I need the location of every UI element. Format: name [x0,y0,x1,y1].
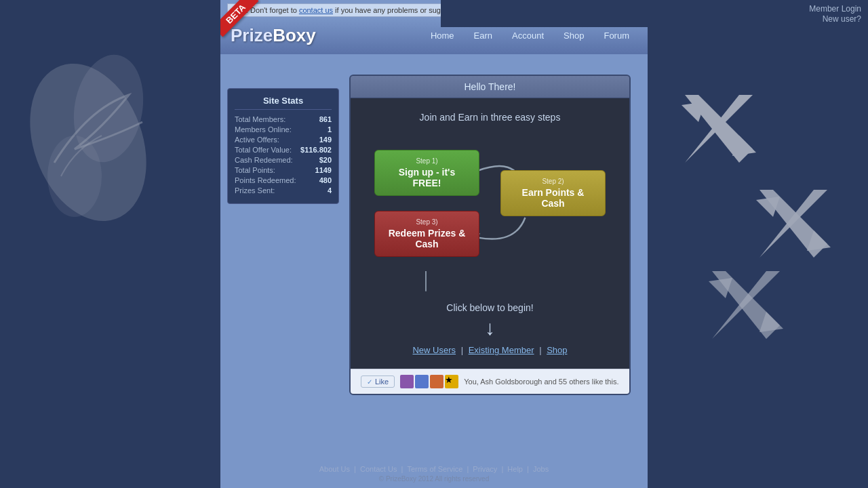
like-label: Like [375,378,389,386]
member-login-link[interactable]: Member Login [809,4,861,14]
stat-total-points: Total Points: 1149 [235,166,332,174]
logo-boxy: Boxy [273,25,316,45]
steps-container: Step 1) Sign up - it's FREE! Step 2) Ear… [361,136,619,292]
svg-marker-14 [709,278,732,298]
separator-2: | [539,345,544,355]
links-row: New Users | Existing Member | Shop [361,345,619,355]
top-bar: Member Login New user? [441,0,868,27]
nav-forum[interactable]: Forum [595,27,637,44]
stat-label-prizes-sent: Prizes Sent: [235,186,275,195]
contact-link[interactable]: contact us [299,6,333,14]
stat-label-total-members: Total Members: [235,115,285,123]
stats-box: Site Stats Total Members: 861 Members On… [227,88,339,204]
checkmark-icon: ✓ [367,378,372,386]
new-user-link[interactable]: New user? [823,14,861,24]
step2-box: Step 2) Earn Points & Cash [500,170,606,216]
stat-label-total-points: Total Points: [235,166,275,174]
beta-ribbon: BETA [220,0,261,41]
footer-copyright: © PrizeBoxy 2012 All rights reserved [226,475,642,483]
avatar-star: ★ [445,375,458,388]
nav-account[interactable]: Account [504,27,552,44]
stat-members-online: Members Online: 1 [235,125,332,134]
stat-value-prizes-sent: 4 [328,186,332,195]
steps-title: Join and Earn in three easy steps [361,112,619,123]
left-decoration [20,41,190,278]
stat-value-total-members: 861 [319,115,332,123]
shop-content-link[interactable]: Shop [547,345,567,355]
step3-box: Step 3) Redeem Prizes & Cash [374,211,479,257]
step1-box: Step 1) Sign up - it's FREE! [374,150,479,196]
footer-contact[interactable]: Contact Us [360,465,397,473]
down-arrow-icon: ↓ [361,317,619,340]
nav-home[interactable]: Home [422,27,462,44]
stat-total-members: Total Members: 861 [235,115,332,123]
avatar-3 [430,375,443,388]
stat-value-total-offer-value: $116.802 [300,146,332,154]
facebook-like-text: You, Ash Goldsborough and 55 others like… [464,378,618,386]
footer-tos[interactable]: Terms of Service [407,465,462,473]
step3-text: Redeem Prizes & Cash [389,228,466,249]
inner-panel: Join and Earn in three easy steps Step 1… [351,98,629,369]
footer-jobs[interactable]: Jobs [533,465,549,473]
stat-label-cash-redeemed: Cash Redeemed: [235,156,293,164]
stat-label-total-offer-value: Total Offer Value: [235,146,292,154]
avatar-1 [400,375,414,388]
footer-help[interactable]: Help [507,465,523,473]
stat-label-members-online: Members Online: [235,125,292,134]
svg-marker-6 [682,102,705,122]
step1-text: Sign up - it's FREE! [399,167,455,188]
separator-1: | [461,345,466,355]
facebook-like-button[interactable]: ✓ Like [361,375,395,388]
stat-points-redeemed: Points Redeemed: 480 [235,176,332,184]
avatar-2 [415,375,429,388]
stat-label-active-offers: Active Offers: [235,136,279,144]
stats-title: Site Stats [235,96,332,110]
step1-label: Step 1) [385,157,469,165]
stat-value-points-redeemed: 480 [319,176,332,184]
facebook-bar: ✓ Like ★ You, Ash Goldsborough and 55 ot… [351,369,629,394]
content-panel: Hello There! Join and Earn in three easy… [349,75,631,395]
stat-label-points-redeemed: Points Redeemed: [235,176,296,184]
svg-marker-10 [756,197,780,217]
step2-label: Step 2) [511,178,595,185]
stat-value-members-online: 1 [328,125,332,134]
stat-active-offers: Active Offers: 149 [235,136,332,144]
footer-about[interactable]: About Us [319,465,350,473]
click-below-text: Click below to begin! [361,302,619,313]
footer-privacy[interactable]: Privacy [473,465,497,473]
step2-text: Earn Points & Cash [522,187,585,209]
stat-value-active-offers: 149 [319,136,332,144]
step3-label: Step 3) [385,218,469,226]
stat-value-total-points: 1149 [315,166,332,174]
existing-member-link[interactable]: Existing Member [469,345,534,355]
nav-earn[interactable]: Earn [466,27,500,44]
stat-total-offer-value: Total Offer Value: $116.802 [235,146,332,154]
svg-point-2 [47,136,102,217]
nav-shop[interactable]: Shop [555,27,592,44]
footer: About Us | Contact Us | Terms of Service… [220,460,648,488]
stat-cash-redeemed: Cash Redeemed: $20 [235,156,332,164]
beta-label: BETA [220,0,258,37]
new-users-link[interactable]: New Users [412,345,456,355]
footer-links: About Us | Contact Us | Terms of Service… [226,465,642,473]
content-header: Hello There! [351,76,629,98]
stat-prizes-sent: Prizes Sent: 4 [235,186,332,195]
facebook-avatars: ★ [400,375,458,388]
stat-value-cash-redeemed: $20 [319,156,332,164]
right-decoration [658,68,848,373]
navigation: Home Earn Account Shop Forum [422,27,637,44]
